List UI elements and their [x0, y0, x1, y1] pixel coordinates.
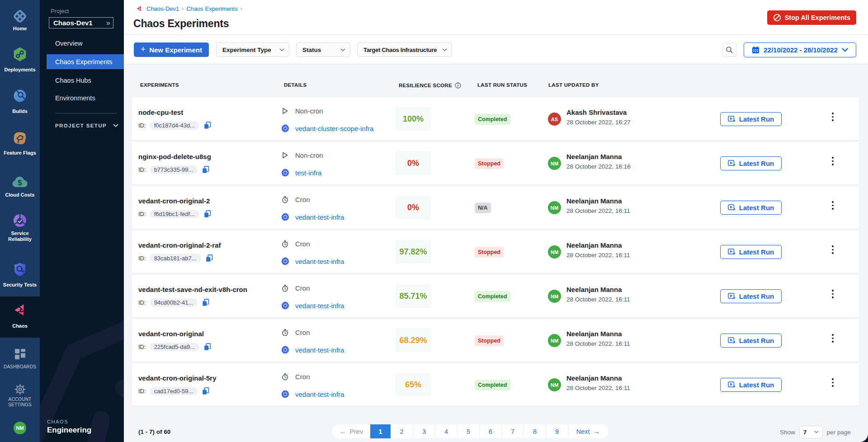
svg-text:$: $ [18, 179, 22, 187]
